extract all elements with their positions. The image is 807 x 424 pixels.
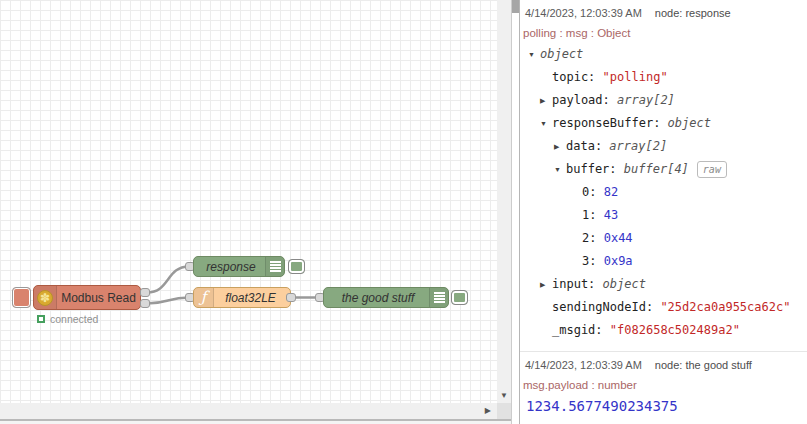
scroll-right-icon[interactable]: ▶ — [485, 406, 491, 415]
payload-number-value: 1234.5677490234375 — [520, 397, 807, 415]
debug-message-header: 4/14/2023, 12:03:39 AMnode: response — [520, 6, 807, 20]
expand-icon[interactable]: ▶ — [554, 135, 566, 158]
node-response[interactable]: response — [193, 256, 285, 277]
tree-row-payload: ▶payload: array[2] — [520, 89, 807, 112]
source-node-name: node: the good stuff — [655, 359, 752, 371]
goodstuff-node-label: the good stuff — [330, 288, 426, 307]
modbus-status: connected — [37, 313, 98, 325]
modbus-node-button[interactable] — [12, 287, 31, 308]
canvas-horizontal-scrollbar[interactable]: ▶ — [0, 403, 497, 419]
node-modbus-read[interactable]: ✽ Modbus Read — [33, 285, 141, 310]
modbus-icon-region: ✽ — [34, 286, 57, 309]
tree-row-responsebuffer: ▼responseBuffer: object — [520, 112, 807, 135]
response-debug-toggle[interactable] — [288, 259, 305, 274]
collapse-icon[interactable]: ▼ — [554, 158, 566, 181]
tree-row-input: ▶input: object — [520, 273, 807, 296]
response-node-label: response — [198, 257, 264, 276]
tree-row-buffer-3: 3: 0x9a — [520, 250, 807, 273]
expand-icon[interactable]: ▶ — [540, 273, 552, 296]
tree-row-msgid: _msgid: "f082658c502489a2" — [520, 319, 807, 342]
scrollbar-corner — [497, 403, 511, 419]
modbus-node-label: Modbus Read — [59, 286, 138, 309]
function-output-port[interactable] — [286, 293, 296, 302]
node-the-good-stuff[interactable]: the good stuff — [323, 287, 449, 308]
source-node-name: node: response — [655, 7, 731, 19]
modbus-output-port-2[interactable] — [140, 299, 150, 308]
tree-row-root: ▼object — [520, 43, 807, 66]
tree-row-buffer-1: 1: 43 — [520, 204, 807, 227]
wire-modbus-to-response[interactable] — [147, 267, 189, 293]
collapse-icon[interactable]: ▼ — [528, 43, 540, 66]
debug-message-meta: msg.payload : number — [520, 378, 807, 392]
debug-sidebar: 4/14/2023, 12:03:39 AMnode: response pol… — [520, 0, 807, 424]
sidebar-splitter[interactable] — [511, 0, 520, 424]
tree-row-buffer-0: 0: 82 — [520, 181, 807, 204]
sidebar-scrollbar-thumb[interactable] — [512, 0, 519, 13]
function-node-label: float32LE — [215, 288, 286, 307]
tree-row-buffer-2: 2: 0x44 — [520, 227, 807, 250]
status-text: connected — [50, 313, 98, 325]
canvas-vertical-scrollbar[interactable]: ▼ — [497, 0, 511, 403]
goodstuff-debug-toggle[interactable] — [451, 290, 468, 305]
tree-row-buffer: ▼buffer: buffer[4]raw — [520, 158, 807, 181]
modbus-icon: ✽ — [37, 290, 53, 306]
tree-row-topic: topic: "polling" — [520, 66, 807, 89]
timestamp: 4/14/2023, 12:03:39 AM — [525, 7, 642, 19]
scroll-down-icon[interactable]: ▼ — [497, 391, 511, 400]
response-icon-region — [265, 257, 284, 276]
function-icon-region: ƒ — [194, 288, 214, 307]
debug-message-header: 4/14/2023, 12:03:39 AMnode: the good stu… — [520, 358, 807, 372]
wire-layer — [0, 0, 497, 403]
timestamp: 4/14/2023, 12:03:39 AM — [525, 359, 642, 371]
debug-list-icon — [270, 261, 281, 272]
debug-message-meta: polling : msg : Object — [520, 26, 807, 40]
expand-icon[interactable]: ▶ — [540, 89, 552, 112]
tree-row-sendingnodeid: sendingNodeId: "25d2ca0a955ca62c" — [520, 296, 807, 319]
debug-message-goodstuff: 4/14/2023, 12:03:39 AMnode: the good stu… — [520, 352, 807, 424]
debug-list-icon — [434, 292, 445, 303]
modbus-output-port-1[interactable] — [140, 288, 150, 297]
raw-toggle-badge[interactable]: raw — [697, 161, 727, 178]
collapse-icon[interactable]: ▼ — [540, 112, 552, 135]
tree-row-data: ▶data: array[2] — [520, 135, 807, 158]
json-tree: ▼object topic: "polling" ▶payload: array… — [520, 43, 807, 342]
status-connected-icon — [37, 315, 45, 323]
goodstuff-icon-region — [429, 288, 448, 307]
flow-canvas[interactable]: ✽ Modbus Read connected response ƒ float… — [0, 0, 497, 403]
wire-modbus-to-function[interactable] — [147, 298, 189, 304]
function-icon: ƒ — [201, 290, 207, 305]
debug-message-response: 4/14/2023, 12:03:39 AMnode: response pol… — [520, 0, 807, 352]
node-float32le[interactable]: ƒ float32LE — [193, 287, 291, 308]
